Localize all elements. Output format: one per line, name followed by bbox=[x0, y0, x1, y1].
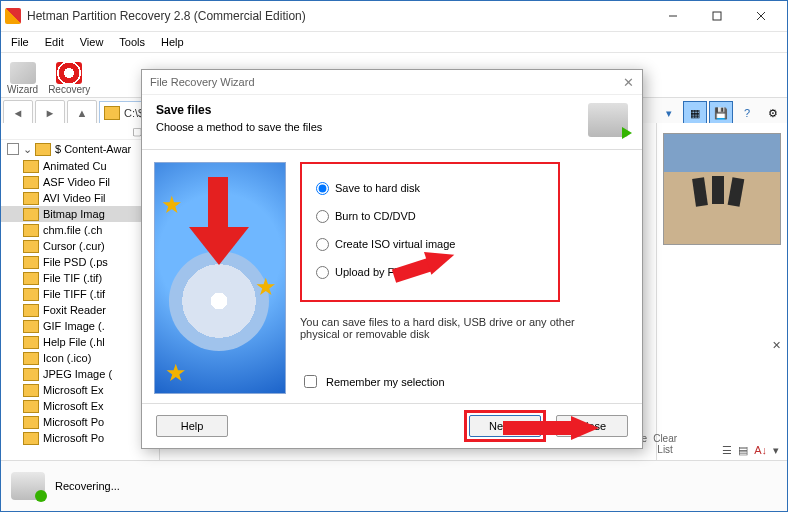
status-text: Recovering... bbox=[55, 480, 120, 492]
tree-item[interactable]: Microsoft Po bbox=[1, 414, 159, 430]
view-more-icon[interactable]: ▾ bbox=[773, 444, 779, 457]
save-icon: 💾 bbox=[714, 107, 728, 120]
folder-tree[interactable]: ▢ ✕ ⌄ $ Content-Awar Animated CuASF Vide… bbox=[1, 123, 160, 461]
tree-item[interactable]: Foxit Reader bbox=[1, 302, 159, 318]
hard-disk-icon bbox=[588, 103, 628, 137]
remember-selection[interactable]: Remember my selection bbox=[300, 372, 630, 391]
folder-icon bbox=[23, 416, 39, 429]
tree-item[interactable]: Animated Cu bbox=[1, 158, 159, 174]
folder-icon bbox=[104, 106, 120, 120]
download-arrow-icon bbox=[195, 177, 241, 277]
next-button[interactable]: Next > bbox=[469, 415, 541, 437]
tree-item[interactable]: Icon (.ico) bbox=[1, 350, 159, 366]
svg-rect-1 bbox=[713, 12, 721, 20]
toolbar-wizard[interactable]: Wizard bbox=[7, 62, 38, 95]
tree-root[interactable]: ⌄ $ Content-Awar bbox=[1, 140, 159, 158]
detail-view-icon[interactable]: ▤ bbox=[738, 444, 748, 457]
radio-cd-dvd[interactable] bbox=[316, 210, 329, 223]
tree-item-label: Microsoft Po bbox=[43, 432, 104, 444]
window-title: Hetman Partition Recovery 2.8 (Commercia… bbox=[27, 9, 651, 23]
option-iso[interactable]: Create ISO virtual image bbox=[316, 230, 544, 258]
menu-edit[interactable]: Edit bbox=[39, 34, 70, 50]
wizard-illustration bbox=[154, 162, 286, 394]
tree-item[interactable]: File PSD (.ps bbox=[1, 254, 159, 270]
wizard-icon bbox=[10, 62, 36, 84]
radio-iso[interactable] bbox=[316, 238, 329, 251]
minimize-icon bbox=[668, 11, 678, 21]
option-cd-dvd[interactable]: Burn to CD/DVD bbox=[316, 202, 544, 230]
tree-item-label: GIF Image (. bbox=[43, 320, 105, 332]
tree-item-label: File TIFF (.tif bbox=[43, 288, 105, 300]
tree-item[interactable]: Microsoft Po bbox=[1, 430, 159, 446]
close-button[interactable]: Close bbox=[556, 415, 628, 437]
option-cd-dvd-label: Burn to CD/DVD bbox=[335, 210, 416, 222]
folder-icon bbox=[23, 208, 39, 221]
dialog-title: File Recovery Wizard bbox=[150, 76, 623, 88]
tree-item[interactable]: Cursor (.cur) bbox=[1, 238, 159, 254]
tree-item-label: Help File (.hl bbox=[43, 336, 105, 348]
option-hard-disk-label: Save to hard disk bbox=[335, 182, 420, 194]
tree-item[interactable]: Bitmap Imag bbox=[1, 206, 159, 222]
menu-tools[interactable]: Tools bbox=[113, 34, 151, 50]
dialog-close-icon[interactable]: ✕ bbox=[623, 75, 634, 90]
star-icon bbox=[165, 359, 189, 383]
options-button[interactable]: ⚙ bbox=[761, 101, 785, 125]
menubar: File Edit View Tools Help bbox=[1, 32, 787, 53]
radio-ftp[interactable] bbox=[316, 266, 329, 279]
dialog-subheading: Choose a method to save the files bbox=[156, 121, 588, 133]
option-ftp-label: Upload by FTP bbox=[335, 266, 408, 278]
star-icon bbox=[255, 273, 279, 297]
tree-item-label: Icon (.ico) bbox=[43, 352, 91, 364]
save-button[interactable]: 💾 bbox=[709, 101, 733, 125]
tree-item[interactable]: Help File (.hl bbox=[1, 334, 159, 350]
view-thumbnails-button[interactable]: ▦ bbox=[683, 101, 707, 125]
arrow-up-icon: ▲ bbox=[77, 107, 88, 119]
list-view-icon[interactable]: ☰ bbox=[722, 444, 732, 457]
minimize-button[interactable] bbox=[651, 2, 695, 30]
tree-item[interactable]: AVI Video Fil bbox=[1, 190, 159, 206]
tree-collapse-icon[interactable]: ⌄ bbox=[23, 143, 32, 156]
app-icon bbox=[5, 8, 21, 24]
tree-item[interactable]: GIF Image (. bbox=[1, 318, 159, 334]
help-button[interactable]: ? bbox=[735, 101, 759, 125]
maximize-button[interactable] bbox=[695, 2, 739, 30]
nav-dropdown-button[interactable]: ▾ bbox=[657, 101, 681, 125]
sort-az-icon[interactable]: A↓ bbox=[754, 444, 767, 456]
folder-icon bbox=[23, 368, 39, 381]
arrow-left-icon: ◄ bbox=[13, 107, 24, 119]
tree-item[interactable]: File TIFF (.tif bbox=[1, 286, 159, 302]
menu-file[interactable]: File bbox=[5, 34, 35, 50]
menu-view[interactable]: View bbox=[74, 34, 110, 50]
tree-item[interactable]: Microsoft Ex bbox=[1, 382, 159, 398]
tree-item[interactable]: Microsoft Ex bbox=[1, 398, 159, 414]
folder-icon bbox=[23, 352, 39, 365]
radio-hard-disk[interactable] bbox=[316, 182, 329, 195]
folder-icon bbox=[23, 320, 39, 333]
col-clearlist: Clear List bbox=[653, 433, 677, 455]
close-button[interactable] bbox=[739, 2, 783, 30]
save-method-options: Save to hard disk Burn to CD/DVD Create … bbox=[300, 162, 560, 302]
toolbar-recovery-label: Recovery bbox=[48, 84, 90, 95]
file-recovery-wizard-dialog: File Recovery Wizard ✕ Save files Choose… bbox=[141, 69, 643, 449]
option-ftp[interactable]: Upload by FTP bbox=[316, 258, 544, 286]
menu-help[interactable]: Help bbox=[155, 34, 190, 50]
help-button[interactable]: Help bbox=[156, 415, 228, 437]
chevron-down-icon: ▾ bbox=[666, 107, 672, 120]
preview-close-icon[interactable]: ✕ bbox=[772, 339, 781, 352]
tree-item[interactable]: File TIF (.tif) bbox=[1, 270, 159, 286]
next-button-highlight: Next > bbox=[464, 410, 546, 442]
tree-item-label: File TIF (.tif) bbox=[43, 272, 102, 284]
toolbar-recovery[interactable]: Recovery bbox=[48, 62, 90, 95]
folder-icon bbox=[23, 336, 39, 349]
app-window: Hetman Partition Recovery 2.8 (Commercia… bbox=[0, 0, 788, 512]
remember-checkbox[interactable] bbox=[304, 375, 317, 388]
tree-item[interactable]: chm.file (.ch bbox=[1, 222, 159, 238]
tree-item[interactable]: JPEG Image ( bbox=[1, 366, 159, 382]
option-hard-disk[interactable]: Save to hard disk bbox=[316, 174, 544, 202]
dialog-body: Save to hard disk Burn to CD/DVD Create … bbox=[142, 150, 642, 402]
tree-item[interactable]: ASF Video Fil bbox=[1, 174, 159, 190]
close-icon bbox=[756, 11, 766, 21]
tree-item-label: JPEG Image ( bbox=[43, 368, 112, 380]
folder-icon bbox=[35, 143, 51, 156]
tree-panel-header: ▢ ✕ bbox=[1, 123, 159, 140]
